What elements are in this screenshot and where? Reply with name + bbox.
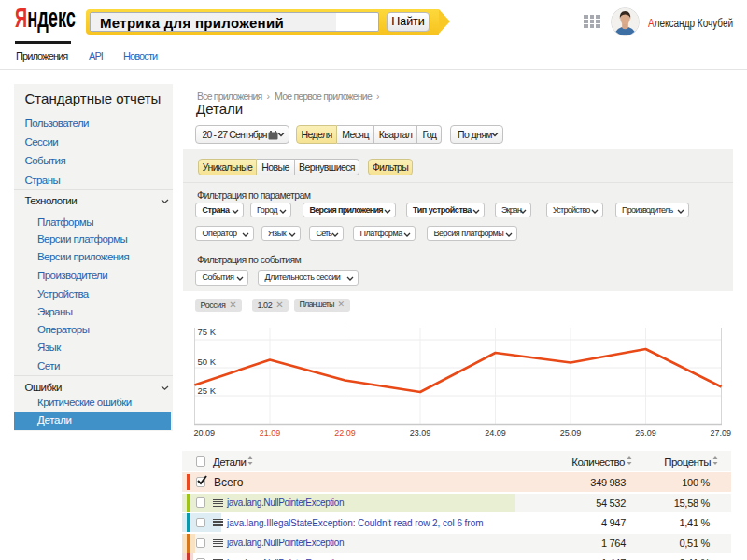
svg-text:50 K: 50 K xyxy=(198,357,217,367)
svg-text:25.09: 25.09 xyxy=(560,428,582,438)
svg-text:27.09: 27.09 xyxy=(710,428,731,438)
svg-text:23.09: 23.09 xyxy=(410,428,431,438)
svg-text:26.09: 26.09 xyxy=(635,428,656,438)
svg-text:21.09: 21.09 xyxy=(260,428,281,438)
svg-text:75 K: 75 K xyxy=(198,327,217,337)
svg-text:20.09: 20.09 xyxy=(194,428,216,438)
svg-text:24.09: 24.09 xyxy=(485,428,506,438)
svg-text:25 K: 25 K xyxy=(198,385,217,396)
svg-text:22.09: 22.09 xyxy=(334,428,356,438)
